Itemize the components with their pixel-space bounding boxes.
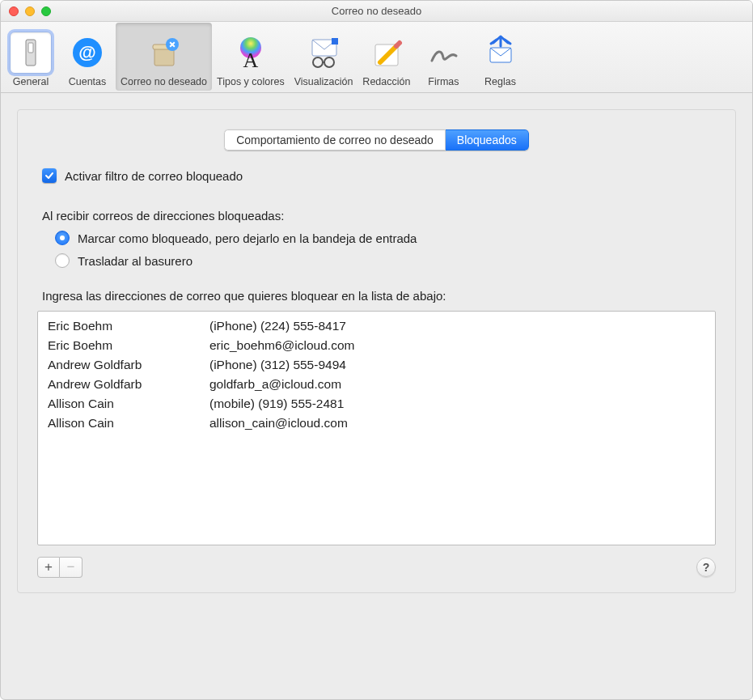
blocked-list-table: Eric Boehm(iPhone) (224) 555-8417Eric Bo… <box>44 316 709 433</box>
svg-point-11 <box>313 57 323 67</box>
table-row[interactable]: Allison Cain(mobile) (919) 555-2481 <box>44 394 709 414</box>
blocked-panel: Comportamiento de correo no deseado Bloq… <box>17 109 736 593</box>
help-icon: ? <box>703 561 710 574</box>
svg-rect-10 <box>332 38 338 45</box>
general-icon <box>10 32 52 74</box>
rules-icon <box>479 32 521 74</box>
tab-label: General <box>13 76 49 87</box>
tab-label: Tipos y colores <box>217 76 285 87</box>
blocked-list[interactable]: Eric Boehm(iPhone) (224) 555-8417Eric Bo… <box>37 311 716 545</box>
titlebar: Correo no deseado <box>1 1 752 22</box>
segment-blocked[interactable]: Bloqueados <box>446 129 529 151</box>
enable-filter-row: Activar filtro de correo bloqueado <box>42 168 716 183</box>
blocked-detail: (mobile) (919) 555-2481 <box>206 394 709 414</box>
preferences-window: Correo no deseado General @ Cuentas <box>0 0 753 700</box>
remove-button[interactable]: − <box>60 557 82 578</box>
tab-viewing[interactable]: Visualización <box>290 23 358 91</box>
radio-mark-row: Marcar como bloqueado, pero dejarlo en l… <box>55 231 716 245</box>
svg-text:A: A <box>243 49 258 70</box>
radio-trash-row: Trasladar al basurero <box>55 253 716 268</box>
composing-icon <box>366 32 408 74</box>
enable-filter-checkbox[interactable] <box>42 168 57 183</box>
blocked-detail: eric_boehm6@icloud.com <box>206 336 709 355</box>
viewing-icon <box>302 32 345 74</box>
blocked-name: Allison Cain <box>44 414 206 433</box>
segmented-control-wrap: Comportamiento de correo no deseado Bloq… <box>37 129 716 151</box>
radio-trash[interactable] <box>55 253 70 268</box>
svg-text:@: @ <box>78 42 95 62</box>
content-area: Comportamiento de correo no deseado Bloq… <box>1 93 752 609</box>
segmented-control: Comportamiento de correo no deseado Bloq… <box>224 129 529 151</box>
tab-rules[interactable]: Reglas <box>472 23 528 91</box>
tab-label: Redacción <box>362 76 410 87</box>
tab-label: Cuentas <box>69 76 107 87</box>
blocked-detail: (iPhone) (312) 555-9494 <box>206 355 709 375</box>
table-row[interactable]: Andrew Goldfarbgoldfarb_a@icloud.com <box>44 375 709 394</box>
panel-footer: + − ? <box>37 557 716 578</box>
add-remove-buttons: + − <box>37 557 82 578</box>
radio-trash-label: Trasladar al basurero <box>78 254 192 268</box>
tab-junk[interactable]: Correo no deseado <box>116 23 212 91</box>
table-row[interactable]: Allison Cainallison_cain@icloud.com <box>44 414 709 433</box>
fonts-icon: A <box>230 32 272 74</box>
plus-icon: + <box>44 559 53 575</box>
tab-signatures[interactable]: Firmas <box>415 23 472 91</box>
svg-rect-1 <box>28 43 33 53</box>
svg-point-12 <box>324 57 334 67</box>
accounts-icon: @ <box>66 32 108 74</box>
blocked-name: Eric Boehm <box>44 336 206 355</box>
tab-accounts[interactable]: @ Cuentas <box>59 23 116 91</box>
junk-icon <box>143 32 185 74</box>
tab-label: Reglas <box>484 76 516 87</box>
blocked-detail: (iPhone) (224) 555-8417 <box>206 316 709 336</box>
close-button[interactable] <box>9 6 19 16</box>
radio-mark-label: Marcar como bloqueado, pero dejarlo en l… <box>78 231 417 245</box>
on-receive-label: Al recibir correos de direcciones bloque… <box>42 209 716 223</box>
tab-general[interactable]: General <box>2 23 59 91</box>
blocked-name: Eric Boehm <box>44 316 206 336</box>
window-title: Correo no deseado <box>1 5 752 17</box>
tab-label: Firmas <box>428 76 459 87</box>
tab-label: Correo no deseado <box>121 76 207 87</box>
preferences-toolbar: General @ Cuentas Correo no deseado <box>1 22 752 93</box>
blocked-detail: goldfarb_a@icloud.com <box>206 375 709 394</box>
help-button[interactable]: ? <box>696 558 716 577</box>
blocked-list-label: Ingresa las direcciones de correo que qu… <box>42 289 716 303</box>
minimize-button[interactable] <box>25 6 35 16</box>
signatures-icon <box>422 32 464 74</box>
enable-filter-label: Activar filtro de correo bloqueado <box>65 169 243 183</box>
radio-group: Marcar como bloqueado, pero dejarlo en l… <box>55 231 716 268</box>
segment-behaviors[interactable]: Comportamiento de correo no deseado <box>224 129 446 151</box>
maximize-button[interactable] <box>41 6 51 16</box>
blocked-name: Andrew Goldfarb <box>44 355 206 375</box>
minus-icon: − <box>67 559 75 575</box>
tab-composing[interactable]: Redacción <box>357 23 415 91</box>
table-row[interactable]: Eric Boehmeric_boehm6@icloud.com <box>44 336 709 355</box>
tab-fonts[interactable]: A Tipos y colores <box>212 23 290 91</box>
blocked-name: Andrew Goldfarb <box>44 375 206 394</box>
add-button[interactable]: + <box>37 557 60 578</box>
table-row[interactable]: Eric Boehm(iPhone) (224) 555-8417 <box>44 316 709 336</box>
table-row[interactable]: Andrew Goldfarb(iPhone) (312) 555-9494 <box>44 355 709 375</box>
window-controls <box>1 6 51 16</box>
tab-label: Visualización <box>294 76 353 87</box>
blocked-name: Allison Cain <box>44 394 206 414</box>
radio-mark[interactable] <box>55 231 70 245</box>
checkmark-icon <box>44 171 54 180</box>
blocked-detail: allison_cain@icloud.com <box>206 414 709 433</box>
